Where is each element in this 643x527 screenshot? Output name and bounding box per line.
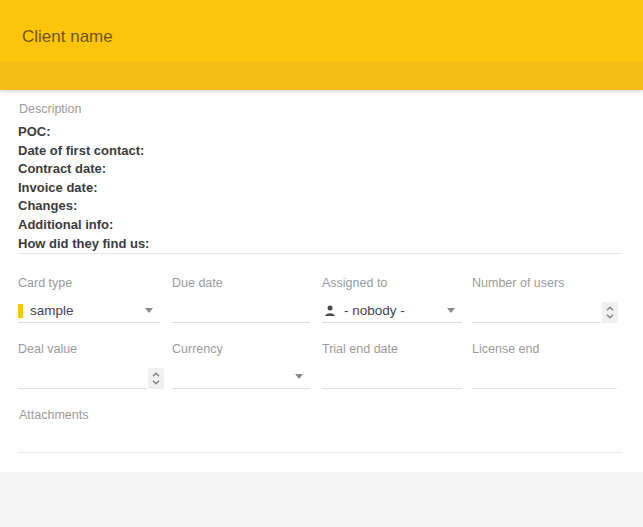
description-line: POC: <box>18 123 149 142</box>
number-of-users-stepper[interactable] <box>602 302 618 323</box>
field-assigned-to: Assigned to - nobody - <box>322 276 468 323</box>
card-type-value: sample <box>30 303 74 318</box>
field-card-type: Card type sample <box>18 276 164 323</box>
person-icon <box>324 305 336 317</box>
chevron-down-icon <box>295 374 303 379</box>
number-of-users-input[interactable] <box>472 299 601 322</box>
up-down-chevrons-icon <box>151 371 161 386</box>
trial-end-date-label: Trial end date <box>322 342 468 356</box>
trial-end-date-control <box>322 365 462 389</box>
description-line: Changes: <box>18 197 149 216</box>
currency-label: Currency <box>172 342 318 356</box>
description-text[interactable]: POC: Date of first contact: Contract dat… <box>18 123 149 253</box>
card-type-select[interactable]: sample <box>18 299 160 323</box>
up-down-chevrons-icon <box>605 305 615 320</box>
chevron-down-icon <box>447 308 455 313</box>
assigned-to-value: - nobody - <box>344 303 405 318</box>
field-license-end: License end <box>472 342 618 389</box>
assigned-to-label: Assigned to <box>322 276 468 290</box>
client-card-page: Client name Description POC: Date of fir… <box>0 0 643 527</box>
chevron-down-icon <box>145 308 153 313</box>
license-end-control <box>472 365 617 389</box>
number-of-users-label: Number of users <box>472 276 618 290</box>
description-line: How did they find us: <box>18 235 149 254</box>
field-due-date: Due date <box>172 276 318 323</box>
due-date-input[interactable] <box>172 299 310 322</box>
currency-select[interactable] <box>172 365 310 389</box>
field-currency: Currency <box>172 342 318 389</box>
description-line: Date of first contact: <box>18 142 149 161</box>
assigned-to-select[interactable]: - nobody - <box>322 299 462 323</box>
card-header: Client name <box>0 0 643 90</box>
license-end-input[interactable] <box>472 365 617 388</box>
card-type-label: Card type <box>18 276 164 290</box>
due-date-label: Due date <box>172 276 318 290</box>
description-label: Description <box>19 102 82 116</box>
divider <box>18 253 622 254</box>
deal-value-input[interactable] <box>18 365 147 388</box>
attachments-label: Attachments <box>19 408 88 422</box>
description-line: Additional info: <box>18 216 149 235</box>
description-line: Invoice date: <box>18 179 149 198</box>
deal-value-label: Deal value <box>18 342 164 356</box>
divider <box>18 452 622 453</box>
card-color-swatch <box>18 304 23 318</box>
deal-value-control <box>18 365 147 389</box>
number-of-users-control <box>472 299 601 323</box>
deal-value-stepper[interactable] <box>148 368 164 389</box>
description-line: Contract date: <box>18 160 149 179</box>
field-trial-end-date: Trial end date <box>322 342 468 389</box>
due-date-control <box>172 299 310 323</box>
license-end-label: License end <box>472 342 618 356</box>
field-number-of-users: Number of users <box>472 276 618 323</box>
card-title[interactable]: Client name <box>22 27 113 47</box>
trial-end-date-input[interactable] <box>322 365 462 388</box>
field-deal-value: Deal value <box>18 342 164 389</box>
